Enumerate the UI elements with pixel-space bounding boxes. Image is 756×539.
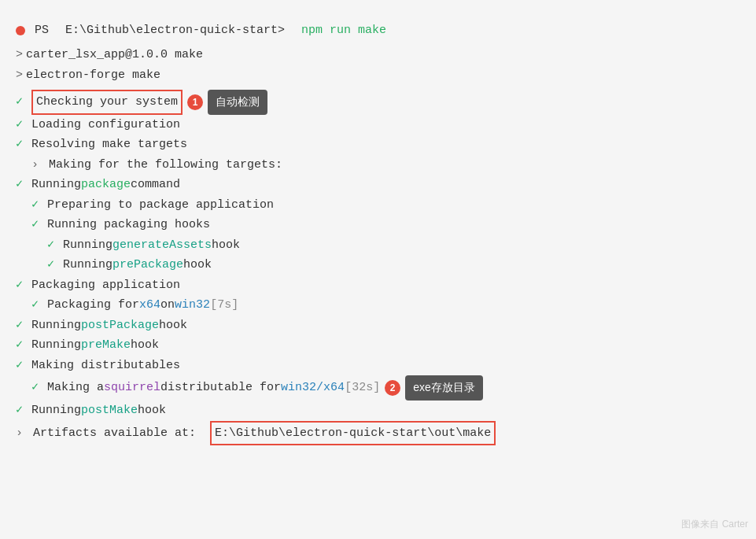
postmake-keyword: postMake [81, 401, 138, 421]
check-icon-postpackage: ✓ [16, 316, 23, 336]
badge-1: 1 [187, 94, 203, 110]
line-1: > carter_lsx_app@1.0.0 make [16, 45, 732, 65]
line-generate-assets: ✓ Running generateAssets hook [16, 235, 732, 256]
line-packaging-app: ✓ Packaging application [16, 275, 732, 296]
check-icon-loading: ✓ [16, 115, 23, 135]
line-loading-text: Loading configuration [31, 115, 180, 135]
prepackage-keyword: prePackage [112, 255, 183, 275]
line-postmake: ✓ Running postMake hook [16, 401, 732, 421]
arrow-icon-targets: › [31, 155, 39, 175]
line-running-package: ✓ Running package command [16, 175, 732, 195]
line-making-dist-text: Making distributables [31, 356, 180, 376]
prompt-command: npm run make [301, 24, 386, 37]
line-resolving: ✓ Resolving make targets [16, 135, 732, 155]
check-icon-preparing: ✓ [31, 195, 39, 216]
win32-x64-keyword: win32/x64 [281, 378, 345, 398]
terminal-output: PS E:\Github\electron-quick-start> npm r… [16, 16, 732, 453]
line-1-text: carter_lsx_app@1.0.0 make [26, 45, 203, 65]
tooltip-autodetect: 自动检测 [208, 90, 267, 115]
check-icon-hooks: ✓ [31, 215, 39, 235]
line-prepackage: ✓ Running prePackage hook [16, 255, 732, 275]
line-packaging-app-text: Packaging application [31, 275, 180, 296]
generate-assets-keyword: generateAssets [112, 235, 212, 256]
line-postpackage: ✓ Running postPackage hook [16, 316, 732, 336]
badge-2: 2 [385, 380, 400, 396]
time-7s: [7s] [210, 295, 238, 316]
check-icon-assets: ✓ [47, 235, 54, 256]
check-icon-running: ✓ [16, 175, 23, 195]
check-icon-premake: ✓ [16, 335, 23, 356]
check-icon-x64: ✓ [31, 295, 39, 316]
line-loading: ✓ Loading configuration [16, 115, 732, 135]
line-checking: ✓ Checking your system 1 自动检测 [16, 90, 732, 115]
check-icon-prepackage: ✓ [47, 255, 54, 275]
line-hooks: ✓ Running packaging hooks [16, 215, 732, 235]
arrow-icon-1: > [16, 45, 23, 65]
line-2-text: electron-forge make [26, 65, 160, 86]
line-resolving-text: Resolving make targets [31, 135, 187, 155]
arrow-icon-artifacts: › [16, 423, 23, 444]
x64-keyword: x64 [139, 295, 160, 316]
line-artifacts: › Artifacts available at: E:\Github\elec… [16, 421, 732, 446]
line-squirrel: ✓ Making a squirrel distributable for wi… [16, 375, 732, 401]
check-icon-squirrel: ✓ [31, 378, 39, 398]
package-keyword: package [81, 175, 131, 195]
line-2: > electron-forge make [16, 65, 732, 86]
check-icon-dist: ✓ [16, 356, 23, 376]
squirrel-keyword: squirrel [104, 378, 160, 398]
postpackage-keyword: postPackage [81, 316, 159, 336]
line-targets-text: Making for the following targets: [49, 155, 282, 175]
artifacts-path: E:\Github\electron-quick-start\out\make [210, 421, 496, 446]
line-packaging-x64: ✓ Packaging for x64 on win32 [7s] [16, 295, 732, 316]
time-32s: [32s] [345, 378, 380, 398]
check-icon-postmake: ✓ [16, 401, 23, 421]
win32-keyword: win32 [175, 295, 210, 316]
line-making-dist: ✓ Making distributables [16, 356, 732, 376]
checking-text: Checking your system [31, 90, 183, 115]
line-preparing: ✓ Preparing to package application [16, 195, 732, 216]
premake-keyword: preMake [81, 335, 131, 356]
artifacts-label: Artifacts available at: [33, 423, 196, 444]
line-premake: ✓ Running preMake hook [16, 335, 732, 356]
ps-label: PS [35, 24, 49, 37]
watermark-text: 图像来自 Carter [681, 518, 748, 531]
arrow-icon-2: > [16, 65, 23, 86]
line-preparing-text: Preparing to package application [47, 195, 274, 216]
tooltip-exe-dir: exe存放目录 [405, 375, 483, 401]
check-icon-resolving: ✓ [16, 135, 23, 155]
prompt-path: E:\Github\electron-quick-start> [65, 24, 285, 37]
line-hooks-text: Running packaging hooks [47, 215, 210, 235]
prompt-line: PS E:\Github\electron-quick-start> npm r… [16, 24, 732, 37]
check-icon-checking: ✓ [16, 92, 23, 113]
dot-icon [16, 26, 25, 35]
check-icon-packaging-app: ✓ [16, 275, 23, 296]
line-targets: › Making for the following targets: [16, 155, 732, 175]
